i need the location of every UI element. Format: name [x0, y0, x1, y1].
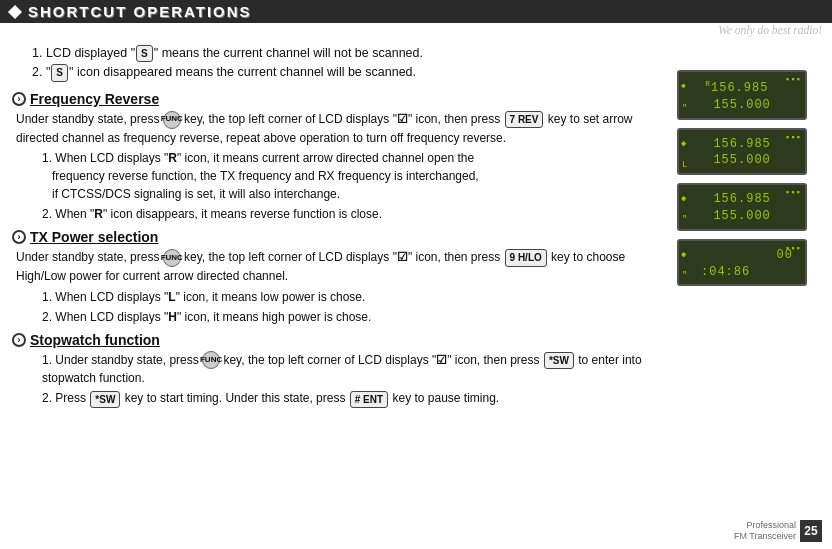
section-tx-power-header: › TX Power selection: [12, 229, 659, 245]
lcd3-bottom-icon: ": [682, 214, 687, 227]
lcd1-line2: 155.000: [687, 97, 797, 114]
func-key-icon: FUNC: [163, 111, 181, 129]
check-icon2: ☑: [397, 250, 408, 264]
lcd2-side-icon: ◆: [681, 138, 686, 151]
section-freq-reverse-header: › Frequency Reverse: [12, 91, 659, 107]
key-s-2: S: [51, 64, 68, 82]
r-icon2: R: [94, 207, 103, 221]
tx-power-item2: 2. When LCD displays "H" icon, it means …: [12, 308, 659, 326]
lcd4-top-icon: ▪▪▪: [785, 243, 801, 256]
lcd3-line2: 155.000: [687, 208, 797, 225]
ent-key: # ENT: [350, 391, 388, 408]
right-panel: ▪▪▪ ◆ R156.985 155.000 " ▪▪▪ ◆ 156.985 1…: [677, 40, 822, 410]
header-bar: SHORTCUT OPERATIONS: [0, 0, 832, 23]
rev-key: 7 REV: [505, 111, 544, 129]
intro-line2: 2. "S" icon disappeared means the curren…: [32, 63, 659, 82]
lcd1-bottom-icon: ": [682, 103, 687, 116]
func-key-icon3: FUNC: [202, 351, 220, 369]
lcd4-line2: :04:86: [687, 264, 797, 281]
section-freq-reverse-body: Under standby state, press FUNC key, the…: [12, 110, 659, 147]
footer: Professional FM Transceiver 25: [734, 520, 822, 543]
key-s-1: S: [136, 45, 153, 63]
section-stopwatch-title: Stopwatch function: [30, 332, 160, 348]
section-stopwatch-header: › Stopwatch function: [12, 332, 659, 348]
main-content: 1. LCD displayed "S" means the current c…: [12, 40, 669, 410]
watermark-text: We only do best radio!: [0, 23, 832, 36]
func-key-icon2: FUNC: [163, 249, 181, 267]
section-bullet-icon2: ›: [12, 230, 26, 244]
brand-line1: Professional: [734, 520, 796, 532]
check-icon3: ☑: [436, 353, 447, 367]
lcd2-line1: 156.985: [687, 134, 797, 153]
r-icon: R: [168, 151, 177, 165]
section-tx-power: › TX Power selection Under standby state…: [12, 229, 659, 325]
diamond-icon: [8, 4, 22, 18]
section-stopwatch: › Stopwatch function 1. Under standby st…: [12, 332, 659, 408]
lcd3-side-icon: ◆: [681, 193, 686, 206]
lcd3-line1: 156.985: [687, 189, 797, 208]
lcd1-top-icon: ▪▪▪: [785, 74, 801, 87]
lcd-display-4: ▪▪▪ ◆ 00 :04:86 ": [677, 239, 807, 287]
freq-reverse-item1: 1. When LCD displays "R" icon, it means …: [12, 149, 659, 203]
h-icon: H: [168, 310, 177, 324]
lcd3-top-icon: ▪▪▪: [785, 187, 801, 200]
sw-key: *SW: [544, 352, 574, 369]
intro-section: 1. LCD displayed "S" means the current c…: [12, 40, 659, 85]
lcd4-line1: 00: [687, 245, 797, 264]
brand-label: Professional FM Transceiver: [734, 520, 796, 543]
lcd2-line2: 155.000: [687, 152, 797, 169]
lcd1-side-icon: ◆: [681, 80, 686, 91]
lcd4-side-icon: ◆: [681, 249, 686, 262]
intro-line1: 1. LCD displayed "S" means the current c…: [32, 44, 659, 63]
section-freq-reverse: › Frequency Reverse Under standby state,…: [12, 91, 659, 223]
brand-line2: FM Transceiver: [734, 531, 796, 543]
lcd-display-3: ▪▪▪ ◆ 156.985 155.000 ": [677, 183, 807, 231]
stopwatch-item1: 1. Under standby state, press FUNC key, …: [12, 351, 659, 388]
lcd4-bottom-icon: ": [682, 270, 687, 283]
section-tx-power-body: Under standby state, press FUNC key, the…: [12, 248, 659, 285]
hilo-key: 9 H/LO: [505, 249, 547, 267]
section-tx-power-title: TX Power selection: [30, 229, 158, 245]
check-icon: ☑: [397, 112, 408, 126]
section-freq-reverse-title: Frequency Reverse: [30, 91, 159, 107]
freq-reverse-item2: 2. When "R" icon disappears, it means re…: [12, 205, 659, 223]
l-icon: L: [168, 290, 175, 304]
page-number-badge: 25: [800, 520, 822, 542]
section-bullet-icon3: ›: [12, 333, 26, 347]
lcd1-line1: R156.985: [687, 76, 797, 97]
page-title: SHORTCUT OPERATIONS: [28, 3, 252, 20]
lcd2-top-icon: ▪▪▪: [785, 132, 801, 145]
stopwatch-item2: 2. Press *SW key to start timing. Under …: [12, 389, 659, 407]
sw-key2: *SW: [90, 391, 120, 408]
tx-power-item1: 1. When LCD displays "L" icon, it means …: [12, 288, 659, 306]
lcd-display-1: ▪▪▪ ◆ R156.985 155.000 ": [677, 70, 807, 120]
lcd-display-2: ▪▪▪ ◆ 156.985 155.000 L: [677, 128, 807, 176]
lcd2-bottom-icon: L: [682, 159, 687, 172]
section-bullet-icon: ›: [12, 92, 26, 106]
